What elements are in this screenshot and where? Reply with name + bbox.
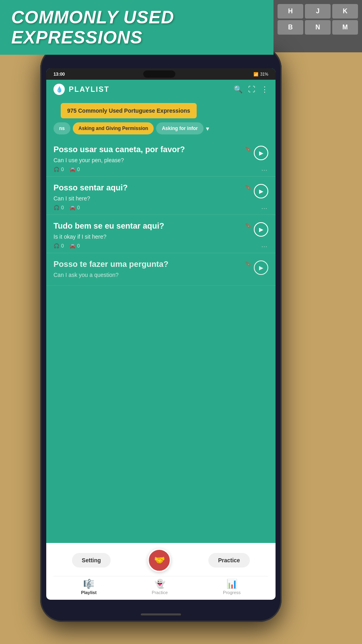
center-avatar[interactable]: 🤝	[148, 549, 171, 572]
volume-down-button	[40, 171, 41, 195]
phrase-stats-1: 🎧 0 🚘 0	[53, 167, 268, 172]
volume-up-button	[40, 139, 41, 163]
home-bar	[141, 613, 181, 615]
bottom-action-bar: Setting 🤝 Practice 🎼 Playlist 👻 Practice	[46, 543, 276, 600]
phrase-item: 🔖 ▶ Tudo bem se eu sentar aqui? Is it ok…	[46, 215, 276, 253]
practice-action-button[interactable]: Practice	[208, 553, 249, 568]
nav-icons: 🔍 ⛶ ⋮	[234, 85, 268, 94]
more-options-1[interactable]: …	[261, 165, 268, 172]
progress-nav-icon: 📊	[226, 579, 237, 589]
practice-nav-icon: 👻	[154, 579, 165, 589]
bookmark-icon[interactable]: 🔖	[245, 146, 251, 152]
phone-frame: 13:00 📶 31% 💧 PLAYLIST 🔍 ⛶ ⋮ 975 Commonl…	[40, 46, 282, 622]
score-count-3: 🚘 0	[70, 243, 80, 249]
phrase-portuguese-4: Posso te fazer uma pergunta?	[53, 259, 268, 269]
battery-text: 31%	[260, 72, 268, 76]
action-buttons: Setting 🤝 Practice	[53, 549, 268, 572]
nav-left: 💧 PLAYLIST	[53, 84, 109, 95]
progress-nav-label: Progress	[223, 590, 241, 595]
nav-bar: 💧 PLAYLIST 🔍 ⛶ ⋮	[46, 80, 276, 99]
setting-button[interactable]: Setting	[72, 553, 110, 568]
playlist-tag[interactable]: 975 Commonly Used Portuguese Expressions	[61, 103, 197, 118]
search-icon[interactable]: 🔍	[234, 85, 243, 94]
bookmark-icon[interactable]: 🔖	[245, 184, 251, 190]
expand-icon[interactable]: ⛶	[248, 85, 255, 94]
more-options-2[interactable]: …	[261, 203, 268, 211]
phrase-item: 🔖 ▶ Posso usar sua caneta, por favor? Ca…	[46, 138, 276, 177]
phrase-english-1: Can I use your pen, please?	[53, 157, 268, 163]
score-icon: 🚘	[70, 167, 76, 172]
phrase-portuguese-2: Posso sentar aqui?	[53, 182, 268, 193]
play-button-4[interactable]: ▶	[254, 260, 268, 275]
app-logo: 💧	[53, 84, 65, 95]
score-icon: 🚘	[70, 205, 76, 211]
score-count-2: 🚘 0	[70, 205, 80, 211]
listen-count-1: 🎧 0	[53, 167, 64, 172]
playlist-nav-icon: 🎼	[83, 579, 94, 589]
phrase-english-4: Can I ask you a question?	[53, 272, 268, 278]
key-m: M	[332, 20, 358, 35]
tab-expressions[interactable]: ns	[53, 122, 70, 134]
phrase-english-2: Can I sit here?	[53, 195, 268, 202]
play-button-1[interactable]: ▶	[254, 146, 268, 160]
nav-playlist[interactable]: 🎼 Playlist	[81, 579, 97, 595]
notch	[143, 70, 175, 78]
banner-text: COMMONLY USED EXPRESSIONS	[11, 7, 174, 47]
play-button-3[interactable]: ▶	[254, 222, 268, 237]
headphone-icon: 🎧	[53, 205, 60, 211]
top-banner: COMMONLY USED EXPRESSIONS	[0, 0, 274, 55]
score-count-1: 🚘 0	[70, 167, 80, 172]
power-button	[281, 127, 282, 151]
phrase-portuguese-3: Tudo bem se eu sentar aqui?	[53, 221, 268, 231]
phrase-item: 🔖 ▶ Posso te fazer uma pergunta? Can I a…	[46, 253, 276, 286]
phrase-stats-2: 🎧 0 🚘 0	[53, 205, 268, 211]
more-icon[interactable]: ⋮	[261, 85, 268, 94]
tab-asking-info[interactable]: Asking for infor	[156, 122, 203, 134]
nav-progress[interactable]: 📊 Progress	[223, 579, 241, 595]
phrase-stats-3: 🎧 0 🚘 0	[53, 243, 268, 249]
phone-screen: 13:00 📶 31% 💧 PLAYLIST 🔍 ⛶ ⋮ 975 Commonl…	[46, 68, 276, 600]
playlist-tag-container: 975 Commonly Used Portuguese Expressions	[46, 99, 276, 122]
wifi-icon: 📶	[253, 72, 258, 76]
phrase-item: 🔖 ▶ Posso sentar aqui? Can I sit here? 🎧…	[46, 177, 276, 215]
bottom-nav: 🎼 Playlist 👻 Practice 📊 Progress	[53, 576, 268, 597]
nav-title: PLAYLIST	[69, 85, 109, 94]
playlist-nav-label: Playlist	[81, 590, 97, 595]
play-button-2[interactable]: ▶	[254, 184, 268, 198]
key-n: N	[305, 20, 331, 35]
status-icons: 📶 31%	[253, 72, 268, 76]
bookmark-icon[interactable]: 🔖	[245, 260, 251, 267]
headphone-icon: 🎧	[53, 243, 60, 249]
nav-practice[interactable]: 👻 Practice	[152, 579, 168, 595]
headphone-icon: 🎧	[53, 167, 60, 172]
score-icon: 🚘	[70, 243, 76, 249]
status-bar: 13:00 📶 31%	[46, 68, 276, 80]
key-h: H	[278, 4, 303, 19]
tabs-chevron-icon[interactable]: ▾	[206, 125, 209, 132]
listen-count-2: 🎧 0	[53, 205, 64, 211]
phrase-english-3: Is it okay if I sit here?	[53, 233, 268, 240]
playlist-tag-text: 975 Commonly Used Portuguese Expressions	[67, 107, 190, 114]
key-j: J	[305, 4, 331, 19]
practice-nav-label: Practice	[152, 590, 168, 595]
key-k: K	[332, 4, 358, 19]
status-time: 13:00	[53, 72, 65, 76]
key-b: B	[278, 20, 303, 35]
phrase-portuguese-1: Posso usar sua caneta, por favor?	[53, 144, 268, 155]
listen-count-3: 🎧 0	[53, 243, 64, 249]
phrases-list: 🔖 ▶ Posso usar sua caneta, por favor? Ca…	[46, 137, 276, 543]
more-options-3[interactable]: …	[261, 242, 268, 249]
mute-button	[40, 115, 41, 131]
tabs-bar: ns Asking and Giving Permission Asking f…	[46, 122, 276, 134]
tab-asking-permission[interactable]: Asking and Giving Permission	[73, 122, 154, 134]
bookmark-icon[interactable]: 🔖	[245, 222, 251, 229]
keyboard-decoration: H J K B N M	[274, 0, 362, 52]
